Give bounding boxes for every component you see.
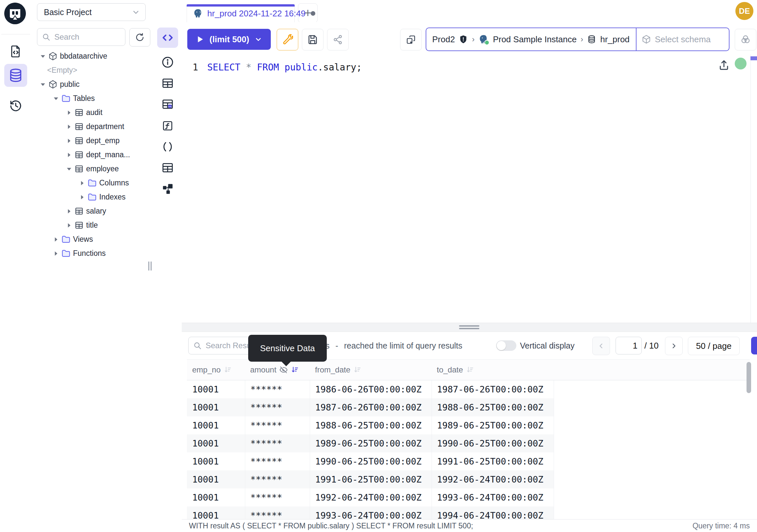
table-row[interactable]: 10001******1986-06-26T00:00:00Z1987-06-2… <box>187 380 750 399</box>
eye-off-icon[interactable] <box>279 365 288 374</box>
export-button-clipped[interactable] <box>751 337 757 355</box>
caret-down-icon[interactable] <box>65 165 73 173</box>
cube-icon <box>642 35 651 44</box>
sort-icon[interactable] <box>353 365 362 374</box>
table-row[interactable]: 10001******1987-06-26T00:00:00Z1988-06-2… <box>187 398 750 416</box>
worksheet-nav-button[interactable] <box>4 40 27 63</box>
history-nav-button[interactable] <box>4 94 27 117</box>
caret-right-icon[interactable] <box>65 151 73 159</box>
table-icon <box>75 207 83 216</box>
sql-editor-pane[interactable]: 1 SELECT * FROM public.salary; <box>182 54 757 323</box>
next-page-button[interactable] <box>665 337 683 355</box>
tree-item-functions[interactable]: Functions <box>31 246 152 261</box>
code-nav-button[interactable] <box>157 27 178 48</box>
column-header-amount[interactable]: amount <box>245 360 310 380</box>
tree-item-public[interactable]: public <box>31 77 152 91</box>
breadcrumb-separator: › <box>472 35 474 44</box>
table-row[interactable]: 10001******1992-06-24T00:00:00Z1993-06-2… <box>187 488 750 507</box>
table-row[interactable]: 10001******1989-06-25T00:00:00Z1990-06-2… <box>187 434 750 453</box>
caret-down-icon[interactable] <box>39 52 47 61</box>
tree-item-dept-mana-[interactable]: dept_mana... <box>31 148 152 162</box>
batch-connection-button[interactable] <box>400 29 422 50</box>
caret-right-icon[interactable] <box>52 249 60 258</box>
page-number-input[interactable] <box>616 337 642 355</box>
table-icon <box>75 221 83 230</box>
caret-right-icon[interactable] <box>65 122 73 131</box>
schema-diagram-nav-button[interactable] <box>158 179 177 199</box>
page-size-select[interactable]: 50 / page <box>688 337 740 355</box>
table-grid-nav-button[interactable] <box>158 158 177 177</box>
tree-item-employee[interactable]: employee <box>31 162 152 176</box>
panel-splitter[interactable] <box>182 323 757 332</box>
caret-right-icon[interactable] <box>52 235 60 244</box>
table-cell: ****** <box>245 434 310 453</box>
caret-right-icon[interactable] <box>65 109 73 117</box>
tree-item-columns[interactable]: Columns <box>31 176 152 190</box>
caret-right-icon[interactable] <box>78 193 86 202</box>
tree-search-input[interactable] <box>54 32 114 42</box>
sort-icon[interactable] <box>224 365 232 374</box>
upload-icon[interactable] <box>718 59 730 72</box>
masked-table-nav-button[interactable] <box>158 94 177 114</box>
project-select[interactable]: Basic Project <box>37 3 146 21</box>
query-settings-button[interactable] <box>277 29 298 50</box>
run-query-button[interactable]: (limit 500) <box>187 29 271 50</box>
vertical-display-toggle[interactable] <box>496 340 516 351</box>
tree-item-audit[interactable]: audit <box>31 106 152 120</box>
table-cell: 1988-06-25T00:00:00Z <box>432 398 554 416</box>
table-row[interactable]: 10001******1993-06-24T00:00:00Z1994-06-2… <box>187 507 750 519</box>
table-cell: ****** <box>245 380 310 399</box>
table-cell <box>554 507 750 519</box>
info-icon <box>161 56 174 69</box>
table-row[interactable]: 10001******1991-06-25T00:00:00Z1992-06-2… <box>187 470 750 488</box>
search-icon <box>42 33 50 41</box>
caret-down-icon[interactable] <box>39 80 47 89</box>
function-nav-button[interactable] <box>158 116 177 136</box>
table-grid-nav-button[interactable] <box>158 73 177 93</box>
tree-item-department[interactable]: department <box>31 120 152 134</box>
sort-icon[interactable] <box>466 365 474 374</box>
parentheses-nav-button[interactable] <box>158 137 177 157</box>
column-header-from_date[interactable]: from_date <box>310 360 432 380</box>
select-schema-button[interactable]: Select schema <box>636 28 729 50</box>
prev-page-button[interactable] <box>592 337 610 355</box>
editor-scrollbar[interactable] <box>750 54 757 323</box>
tree-item-title[interactable]: title <box>31 218 152 232</box>
tree-item-indexes[interactable]: Indexes <box>31 190 152 204</box>
tree-item-label: Views <box>73 235 93 244</box>
tree-item-tables[interactable]: Tables <box>31 91 152 106</box>
table-cell <box>554 416 750 434</box>
table-cell: ****** <box>245 488 310 507</box>
chevron-left-icon <box>597 342 605 350</box>
refresh-button[interactable] <box>129 28 150 47</box>
results-table-header: emp_noamountfrom_dateto_date <box>187 360 750 380</box>
share-button[interactable] <box>327 29 349 50</box>
table-row[interactable]: 10001******1988-06-25T00:00:00Z1989-06-2… <box>187 416 750 434</box>
caret-right-icon[interactable] <box>65 221 73 230</box>
caret-right-icon[interactable] <box>78 179 86 187</box>
tree-item-salary[interactable]: salary <box>31 204 152 218</box>
bytebase-logo[interactable] <box>4 3 26 24</box>
tab-hr-prod[interactable]: hr_prod 2024-11-22 16:49 <box>187 4 295 22</box>
tree-item-dept-emp[interactable]: dept_emp <box>31 134 152 148</box>
caret-down-icon[interactable] <box>52 94 60 103</box>
sort-icon[interactable] <box>291 365 299 374</box>
database-nav-button[interactable] <box>4 64 27 87</box>
info-nav-button[interactable] <box>158 52 177 72</box>
save-button[interactable] <box>302 29 323 50</box>
tree-item-views[interactable]: Views <box>31 232 152 246</box>
ai-assistant-button[interactable] <box>735 29 756 50</box>
table-row[interactable]: 10001******1990-06-25T00:00:00Z1991-06-2… <box>187 453 750 470</box>
column-header-to_date[interactable]: to_date <box>432 360 554 380</box>
column-header-emp_no[interactable]: emp_no <box>187 360 245 380</box>
table-scrollbar-thumb[interactable] <box>746 362 751 393</box>
tree-item--empty-[interactable]: <Empty> <box>31 63 152 77</box>
connection-breadcrumb[interactable]: Prod2 › Prod Sample Instance › <box>426 27 730 51</box>
avatar[interactable]: DE <box>735 2 753 20</box>
results-table[interactable]: emp_noamountfrom_dateto_date 10001******… <box>187 360 750 519</box>
caret-right-icon[interactable] <box>65 137 73 145</box>
schema-icon <box>48 52 57 61</box>
table-cell: 1992-06-24T00:00:00Z <box>432 470 554 488</box>
caret-right-icon[interactable] <box>65 207 73 216</box>
tree-item-bbdataarchive[interactable]: bbdataarchive <box>31 49 152 63</box>
